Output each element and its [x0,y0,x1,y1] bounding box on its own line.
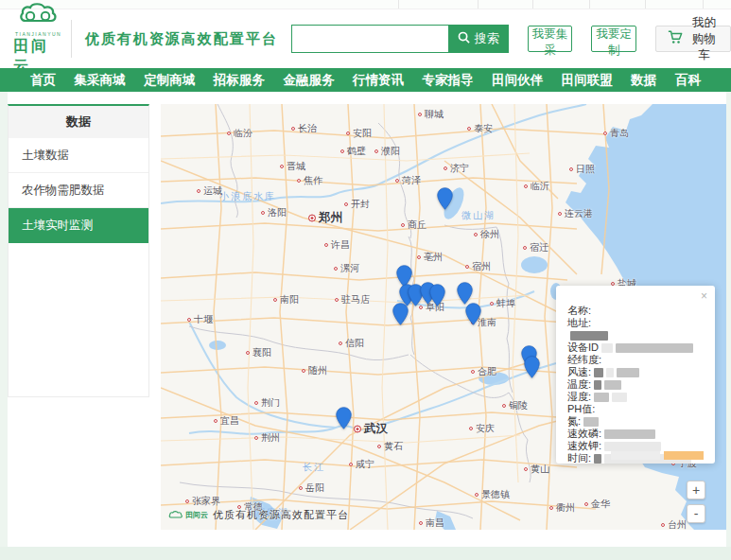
map-attribution: 田间云 优质有机资源高效配置平台 [168,508,349,522]
city-dot-icon [395,179,399,183]
map-pin-marker[interactable] [457,282,473,305]
city-name: 临沂 [531,180,549,193]
redacted-value-highlight [664,451,704,460]
search-button[interactable]: 搜索 [448,25,509,53]
nav-item[interactable]: 金融服务 [283,72,334,89]
city-dot-icon [419,521,423,525]
city-dot-icon [340,149,344,153]
city-name: 宜昌 [220,414,239,428]
nav-item[interactable]: 招标服务 [214,72,265,89]
city-name: 蚌埠 [496,297,515,310]
redacted-value [583,417,599,427]
city-name: 徐州 [480,228,499,241]
map-city-label: 宿州 [465,260,491,273]
map-city-label: 随州 [302,364,327,377]
map-city-label: 郑州 [308,210,342,226]
top-strip-divider [478,0,479,9]
city-name: 咸宁 [356,458,374,471]
map-pin-marker[interactable] [437,187,453,210]
map-pin-marker[interactable] [336,407,352,429]
map-city-label: 蚌埠 [490,297,515,310]
map-canvas[interactable]: 小浪底水库微山湖长江洞庭湖临汾长治安阳鹤壁濮阳聊城晋城焦作菏泽运城洛阳郑州开封商… [161,104,726,530]
map-city-label: 徐州 [474,228,499,241]
top-strip-divider [645,0,646,9]
city-dot-icon [261,211,265,215]
nav-item[interactable]: 田间伙伴 [492,72,543,89]
city-name: 武汉 [364,421,388,437]
cart-button[interactable]: 我的购物车 [655,26,731,52]
city-dot-icon [471,370,475,374]
city-name: 安阳 [353,127,372,140]
sidebar: 数据 土壤数据农作物需肥数据土壤实时监测 [8,104,149,397]
nav-item[interactable]: 行情资讯 [353,72,404,89]
city-dot-icon [349,463,353,466]
top-strip [0,0,731,9]
map-city-label: 菏泽 [395,174,421,187]
city-name: 台州 [668,518,687,530]
city-name: 开封 [351,198,370,211]
main-nav: 首页集采商城定制商城招标服务金融服务行情资讯专家指导田间伙伴田间联盟数据百科 [0,68,731,92]
map-city-label: 临沂 [524,180,549,193]
city-name: 南阳 [280,293,299,306]
city-name: 焦作 [304,174,322,187]
map-pin-marker[interactable] [429,284,445,306]
sidebar-item[interactable]: 土壤实时监测 [9,208,148,243]
map-pin-marker[interactable] [392,303,409,325]
nav-item[interactable]: 百科 [675,72,701,89]
logo[interactable]: TIANJIANYUN 田间云 [13,2,63,77]
header: TIANJIANYUN 田间云 优质有机资源高效配置平台 搜索 我要集采 我要定… [0,9,731,68]
map-pin-marker[interactable] [465,303,481,325]
city-dot-icon [661,523,665,527]
nav-item[interactable]: 专家指导 [423,72,474,89]
city-name: 聊城 [425,108,444,121]
popup-field-label: 时间: [567,451,591,465]
close-icon[interactable]: × [701,290,707,302]
search-input[interactable] [291,25,448,53]
city-dot-icon [418,113,422,116]
city-name: 运城 [203,184,222,198]
popup-rows: 名称:地址:设备ID经纬度:风速:温度:湿度:PH值:氮:速效磷:速效钾:时间: [567,305,705,464]
nav-item[interactable]: 定制商城 [144,72,195,89]
city-name: 漯河 [340,262,359,275]
zoom-out-button[interactable]: - [687,504,705,523]
redacted-value [594,393,609,402]
city-dot-icon [524,467,528,471]
redacted-value [617,368,639,377]
map-pin-marker[interactable] [524,356,540,378]
city-name: 亳州 [424,251,443,264]
customize-button[interactable]: 我要定制 [591,26,636,52]
map-city-label: 咸宁 [349,458,374,471]
page-edge [0,92,8,547]
city-dot-icon [299,486,303,490]
nav-item[interactable]: 数据 [631,72,656,89]
city-dot-icon [469,427,473,430]
map-city-label: 开封 [344,198,370,211]
city-dot-icon [334,267,338,271]
city-name: 景德镇 [481,488,510,501]
nav-item[interactable]: 田间联盟 [562,72,613,89]
map-city-label: 张家界 [185,495,220,508]
map-city-label: 泰安 [467,122,493,135]
group-purchase-button[interactable]: 我要集采 [528,26,573,52]
header-divider [71,20,72,58]
redacted-value [570,331,608,341]
city-name: 岳阳 [305,481,324,495]
city-name: 日照 [576,163,595,176]
zoom-in-button[interactable]: + [687,481,705,499]
map-city-label: 焦作 [297,174,322,187]
map-city-label: 金华 [584,498,610,511]
city-dot-icon [524,184,528,188]
map-city-label: 聊城 [418,108,444,121]
city-dot-icon [474,233,478,236]
nav-item[interactable]: 首页 [30,72,56,89]
map-city-label: 亳州 [417,251,443,264]
city-name: 商丘 [408,219,426,232]
city-dot-icon [344,202,348,206]
sidebar-item[interactable]: 农作物需肥数据 [9,173,148,208]
city-name: 黄石 [384,440,403,453]
city-dot-icon [280,165,284,168]
city-dot-icon [401,223,405,227]
sidebar-item[interactable]: 土壤数据 [9,138,148,173]
nav-item[interactable]: 集采商城 [75,72,126,89]
map-city-label: 许昌 [324,238,350,252]
